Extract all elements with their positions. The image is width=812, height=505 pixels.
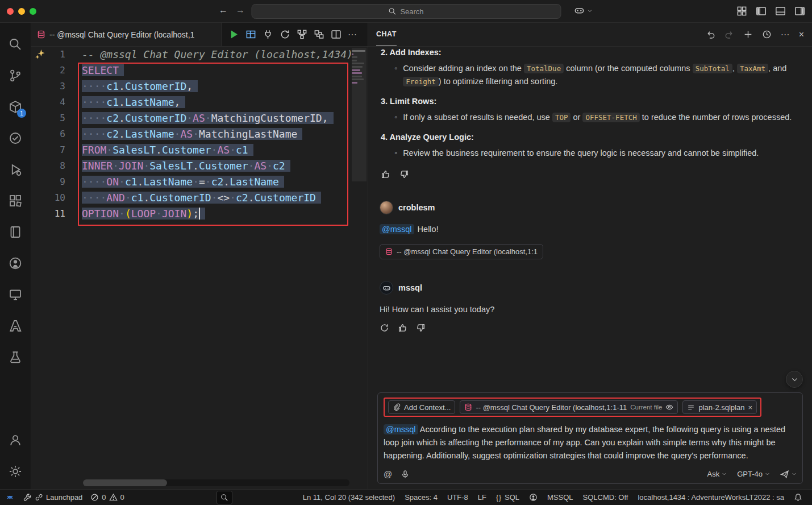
code-line[interactable]: 3····c1.CustomerID, xyxy=(31,78,368,94)
remote-indicator[interactable] xyxy=(0,490,19,505)
activity-search[interactable] xyxy=(3,31,28,57)
link-icon xyxy=(35,493,43,502)
mention-button[interactable]: @ xyxy=(384,469,392,479)
attached-file-chip[interactable]: -- @mssql Chat Query Editor (localhost,1… xyxy=(380,244,543,259)
activity-database-projects[interactable]: 1 xyxy=(3,93,28,120)
model-picker[interactable]: GPT-4o xyxy=(737,470,770,478)
chat-messages[interactable]: 2. Add Indexes:◦Consider adding an index… xyxy=(368,47,812,392)
history-icon[interactable] xyxy=(762,30,772,39)
thumbs-down-icon[interactable] xyxy=(399,169,409,179)
microphone-icon[interactable] xyxy=(401,470,410,479)
toggle-secondary-sidebar-icon[interactable] xyxy=(794,6,805,16)
code-line[interactable]: 6····c2.LastName·AS·MatchingLastName xyxy=(31,126,368,142)
thumbs-up-icon[interactable] xyxy=(398,323,407,333)
notifications-bell[interactable] xyxy=(790,493,806,502)
toggle-panel-icon[interactable] xyxy=(775,6,786,16)
remove-chip-icon[interactable]: × xyxy=(748,404,752,411)
mention-chip[interactable]: @mssql xyxy=(380,224,414,234)
minimize-window-button[interactable] xyxy=(18,8,25,15)
bullet-icon: ◦ xyxy=(394,62,397,88)
connection-plug-icon[interactable] xyxy=(263,29,273,40)
assistant-actions xyxy=(380,323,801,333)
nav-back-button[interactable]: ← xyxy=(219,5,228,15)
code-line[interactable]: 9····ON·c1.LastName·=·c2.LastName xyxy=(31,174,368,190)
code-editor[interactable]: 1-- @mssql Chat Query Editor (localhost,… xyxy=(31,47,368,489)
language-mode-status[interactable]: {} SQL xyxy=(492,493,523,502)
indentation-status[interactable]: Spaces: 4 xyxy=(401,493,442,502)
activity-azure[interactable] xyxy=(3,312,28,339)
mention-chip[interactable]: @mssql xyxy=(384,424,418,434)
new-chat-icon[interactable] xyxy=(743,30,753,39)
mssql-status[interactable]: MSSQL xyxy=(543,493,577,502)
inline-code: Freight xyxy=(403,77,439,86)
sqlcmd-status[interactable]: SQLCMD: Off xyxy=(579,493,632,502)
split-editor-icon[interactable] xyxy=(331,29,342,40)
zoom-indicator[interactable] xyxy=(216,491,232,504)
run-query-icon[interactable] xyxy=(228,29,239,40)
problems-status[interactable]: 0 0 xyxy=(86,490,128,505)
activity-notebooks[interactable] xyxy=(3,218,28,245)
settings-button[interactable] xyxy=(3,458,28,485)
selection-highlight: ····c1.LastName, xyxy=(82,96,185,108)
schema-designer-icon[interactable] xyxy=(314,29,324,40)
copilot-menu-button[interactable] xyxy=(574,5,593,16)
activity-mssql[interactable] xyxy=(3,343,28,370)
thumbs-down-icon[interactable] xyxy=(416,323,426,333)
accounts-button[interactable] xyxy=(3,427,28,453)
toggle-sidebar-icon[interactable] xyxy=(756,6,767,16)
chat-panel-title[interactable]: CHAT xyxy=(376,23,397,46)
results-grid-icon[interactable] xyxy=(245,29,256,40)
minimap-line xyxy=(352,69,360,71)
close-window-button[interactable] xyxy=(7,8,14,15)
mode-picker[interactable]: Ask xyxy=(707,470,727,478)
customize-layout-icon[interactable] xyxy=(736,6,747,16)
redo-icon[interactable] xyxy=(724,30,734,39)
code-line[interactable]: 11OPTION·(LOOP·JOIN); xyxy=(31,206,368,222)
minimap[interactable] xyxy=(352,48,367,478)
bullet-icon: ◦ xyxy=(394,147,397,159)
chat-input-box[interactable]: Add Context... -- @mssql Chat Query Edit… xyxy=(377,392,803,484)
regenerate-icon[interactable] xyxy=(380,323,389,333)
code-line[interactable]: 5····c2.CustomerID·AS·MatchingCustomerID… xyxy=(31,110,368,126)
code-line[interactable]: 8INNER·JOIN·SalesLT.Customer·AS·c2 xyxy=(31,158,368,174)
editor-tab[interactable]: -- @mssql Chat Query Editor (localhost,1 xyxy=(31,23,222,46)
thumbs-up-icon[interactable] xyxy=(381,169,390,179)
code-line[interactable]: 10····AND·c1.CustomerID·<>·c2.CustomerID xyxy=(31,190,368,206)
code-line[interactable]: 4····c1.LastName, xyxy=(31,94,368,110)
horizontal-scrollbar[interactable] xyxy=(83,479,349,486)
eol-status[interactable]: LF xyxy=(474,493,490,502)
encoding-status[interactable]: UTF-8 xyxy=(443,493,472,502)
activity-run-debug[interactable] xyxy=(3,156,28,183)
activity-tasks[interactable] xyxy=(3,125,28,151)
scrollbar-slider[interactable] xyxy=(83,479,167,486)
activity-source-control[interactable] xyxy=(3,62,28,89)
cursor-position-status[interactable]: Ln 11, Col 20 (342 selected) xyxy=(299,493,399,502)
window-controls[interactable] xyxy=(7,8,36,15)
estimated-plan-icon[interactable] xyxy=(280,29,290,40)
chat-input-text[interactable]: @mssql According to the execution plan s… xyxy=(384,423,797,462)
scroll-to-bottom-button[interactable] xyxy=(786,371,803,388)
code-line[interactable]: 7FROM·SalesLT.Customer·AS·c1 xyxy=(31,142,368,158)
nav-forward-button[interactable]: → xyxy=(236,5,245,15)
chat-more-actions-icon[interactable]: ··· xyxy=(781,30,790,39)
maximize-window-button[interactable] xyxy=(30,8,36,15)
activity-github[interactable] xyxy=(3,250,28,276)
activity-remote-explorer[interactable] xyxy=(3,281,28,308)
chat-close-icon[interactable]: × xyxy=(799,30,804,39)
connection-status[interactable]: localhost,1434 : AdventureWorksLT2022 : … xyxy=(634,493,788,502)
schema-hierarchy-icon[interactable] xyxy=(297,29,307,40)
code-line[interactable]: 2SELECT xyxy=(31,63,368,78)
more-actions-icon[interactable]: ··· xyxy=(348,30,357,39)
add-context-button[interactable]: Add Context... xyxy=(388,400,455,414)
github-status[interactable] xyxy=(525,493,542,502)
code-line[interactable]: 1-- @mssql Chat Query Editor (localhost,… xyxy=(31,47,368,63)
command-center-search[interactable]: Search xyxy=(251,4,561,19)
activity-extensions[interactable] xyxy=(3,187,28,214)
current-file-chip[interactable]: -- @mssql Chat Query Editor (localhost,1… xyxy=(460,400,678,414)
undo-icon[interactable] xyxy=(706,30,715,39)
eye-icon[interactable] xyxy=(665,403,673,411)
send-button[interactable] xyxy=(780,470,797,479)
launchpad-status[interactable]: Launchpad xyxy=(19,490,86,505)
plan-file-chip[interactable]: plan-2.sqlplan × xyxy=(682,400,757,414)
code-token: ) xyxy=(186,208,193,220)
